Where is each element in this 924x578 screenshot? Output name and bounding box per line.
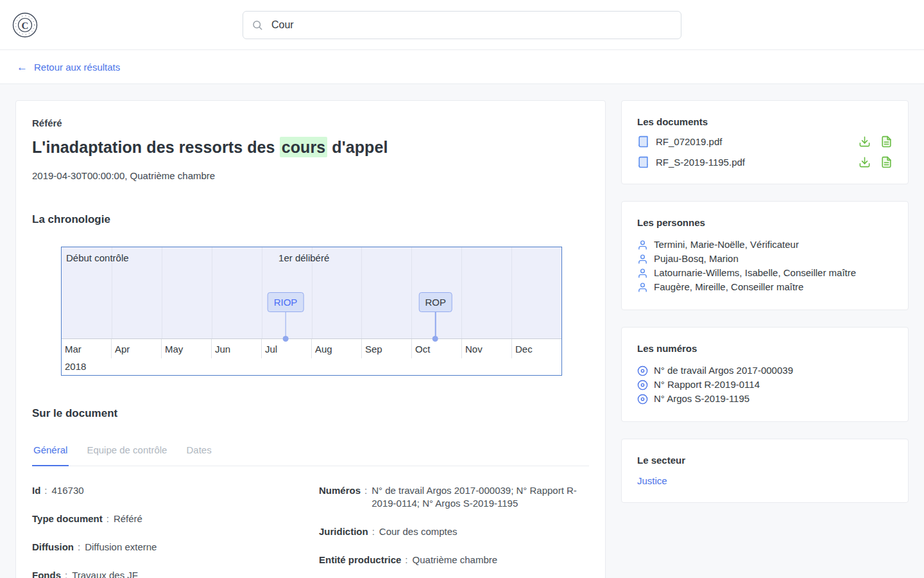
about-heading: Sur le document — [32, 407, 589, 420]
tab-equipe-de-controle[interactable]: Equipe de contrôle — [85, 444, 168, 466]
timeline-axis: MarAprMayJunJulAugSepOctNovDec 2018 — [62, 338, 561, 375]
persons-list: Termini, Marie-Noëlle, VérificateurPujau… — [637, 238, 893, 294]
search-box — [243, 11, 681, 39]
book-icon — [637, 136, 649, 148]
person-icon — [637, 282, 648, 293]
field-value: Quatrième chambre — [413, 554, 498, 566]
preview-button[interactable] — [880, 136, 893, 148]
person-item: Termini, Marie-Noëlle, Vérificateur — [637, 238, 893, 252]
field-separator: : — [74, 541, 85, 554]
fields-column-left: Id:416730Type document:RéféréDiffusion:D… — [32, 484, 319, 578]
content-area: Référé L'inadaptation des ressorts des c… — [0, 84, 924, 578]
month-label-jul: Jul — [261, 339, 311, 358]
numbers-card: Les numéros N° de travail Argos 2017-000… — [621, 327, 909, 422]
timeline-event-riop[interactable]: RIOP — [268, 292, 304, 312]
field-value: Diffusion externe — [85, 541, 157, 554]
chronology-heading: La chronologie — [32, 213, 589, 226]
event-dot — [432, 336, 438, 342]
phase-label-debut-controle: Début contrôle — [66, 252, 129, 263]
month-label-nov: Nov — [461, 339, 511, 358]
month-label-aug: Aug — [311, 339, 361, 358]
book-icon — [637, 156, 649, 168]
document-link[interactable]: RF_072019.pdf — [656, 136, 722, 147]
field-label: Id — [32, 484, 40, 497]
field-label: Fonds — [32, 569, 61, 578]
month-label-dec: Dec — [511, 339, 561, 358]
field-value: Référé — [114, 512, 142, 525]
title-text-after: d'appel — [327, 138, 388, 156]
number-item: N° de travail Argos 2017-000039 — [637, 363, 893, 378]
number-item: N° Argos S-2019-1195 — [637, 392, 893, 406]
field-label: Entité productrice — [319, 554, 401, 566]
field-juridiction: Juridiction:Cour des comptes — [319, 525, 589, 538]
preview-button[interactable] — [880, 156, 893, 168]
tab-general[interactable]: Général — [32, 444, 69, 466]
gridline — [361, 247, 362, 338]
fields-column-right: Numéros:N° de travail Argos 2017-000039;… — [319, 484, 589, 578]
timeline-marker-riop: RIOP — [268, 292, 304, 338]
person-name: Pujau-Bosq, Marion — [654, 252, 739, 266]
event-dot — [282, 336, 288, 342]
timeline-chart: Début contrôle1er délibéréRIOPROP MarApr… — [61, 247, 562, 376]
back-bar: ← Retour aux résultats — [0, 50, 924, 84]
persons-card: Les personnes Termini, Marie-Noëlle, Vér… — [621, 201, 909, 310]
field-separator: : — [103, 512, 114, 525]
app-logo[interactable]: C — [12, 12, 38, 38]
field-fonds: Fonds:Travaux des JF — [32, 569, 319, 578]
timeline-marker-rop: ROP — [418, 292, 452, 338]
right-sidebar: Les documents RF_072019.pdfRF_S-2019-119… — [621, 100, 909, 520]
gridline — [162, 247, 162, 338]
persons-card-title: Les personnes — [637, 217, 893, 228]
timeline-event-rop[interactable]: ROP — [418, 292, 452, 312]
gridline — [262, 247, 262, 338]
month-label-sep: Sep — [361, 339, 411, 358]
download-button[interactable] — [859, 136, 871, 148]
field-numeros: Numéros:N° de travail Argos 2017-000039;… — [319, 484, 589, 510]
download-button[interactable] — [859, 156, 871, 168]
document-title: L'inadaptation des ressorts des cours d'… — [32, 138, 589, 157]
numbers-list: N° de travail Argos 2017-000039N° Rappor… — [637, 363, 893, 406]
number-text: N° Argos S-2019-1195 — [654, 392, 749, 406]
documents-card-title: Les documents — [637, 116, 893, 127]
field-label: Numéros — [319, 484, 361, 497]
field-value: N° de travail Argos 2017-000039; N° Rapp… — [372, 484, 589, 510]
event-stem — [435, 312, 436, 338]
number-text: N° de travail Argos 2017-000039 — [654, 363, 793, 378]
month-label-jun: Jun — [211, 339, 261, 358]
document-link[interactable]: RF_S-2019-1195.pdf — [656, 157, 745, 168]
doc-kind-label: Référé — [32, 118, 589, 128]
field-separator: : — [401, 554, 412, 566]
sector-card: Le secteur Justice — [621, 439, 909, 503]
gridline — [411, 247, 412, 338]
numbers-card-title: Les numéros — [637, 343, 893, 354]
back-arrow-icon: ← — [17, 62, 28, 73]
person-name: Faugère, Mireille, Conseiller maître — [654, 280, 803, 294]
document-row: RF_S-2019-1195.pdf — [637, 156, 893, 168]
gridline — [212, 247, 212, 338]
sector-link[interactable]: Justice — [637, 475, 667, 486]
top-header: C — [0, 0, 924, 50]
document-row: RF_072019.pdf — [637, 136, 893, 148]
tab-dates[interactable]: Dates — [185, 444, 212, 466]
timeline-year-label: 2018 — [65, 361, 86, 372]
number-item: N° Rapport R-2019-0114 — [637, 378, 893, 392]
disc-icon — [637, 394, 648, 405]
search-input[interactable] — [271, 19, 672, 31]
field-separator: : — [361, 484, 372, 497]
person-item: Faugère, Mireille, Conseiller maître — [637, 280, 893, 294]
person-icon — [637, 254, 648, 265]
field-diffusion: Diffusion:Diffusion externe — [32, 541, 319, 554]
field-label: Diffusion — [32, 541, 74, 554]
field-value: Travaux des JF — [72, 569, 138, 578]
disc-icon — [637, 365, 648, 376]
field-entite-productrice: Entité productrice:Quatrième chambre — [319, 554, 589, 566]
month-label-apr: Apr — [111, 339, 161, 358]
cour-des-comptes-seal-icon: C — [12, 12, 38, 38]
person-name: Latournarie-Willems, Isabelle, Conseille… — [654, 266, 856, 280]
title-text-before: L'inadaptation des ressorts des — [32, 138, 280, 156]
person-icon — [637, 268, 648, 279]
about-fields: Id:416730Type document:RéféréDiffusion:D… — [32, 484, 589, 578]
back-link[interactable]: ← Retour aux résultats — [17, 62, 120, 73]
page: C ← Retour aux résultats Référé L'inadap… — [0, 0, 924, 578]
field-label: Juridiction — [319, 525, 368, 538]
